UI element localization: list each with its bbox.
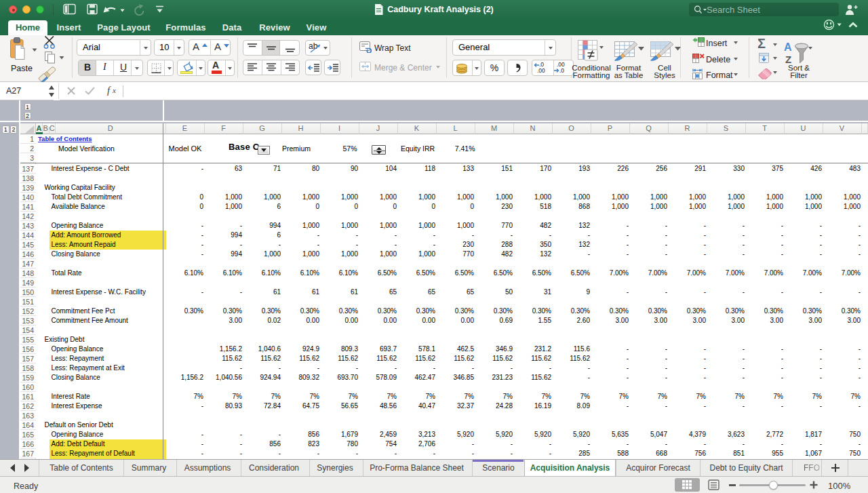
svg-text:Z: Z — [785, 54, 791, 64]
svg-text:A: A — [784, 41, 792, 53]
